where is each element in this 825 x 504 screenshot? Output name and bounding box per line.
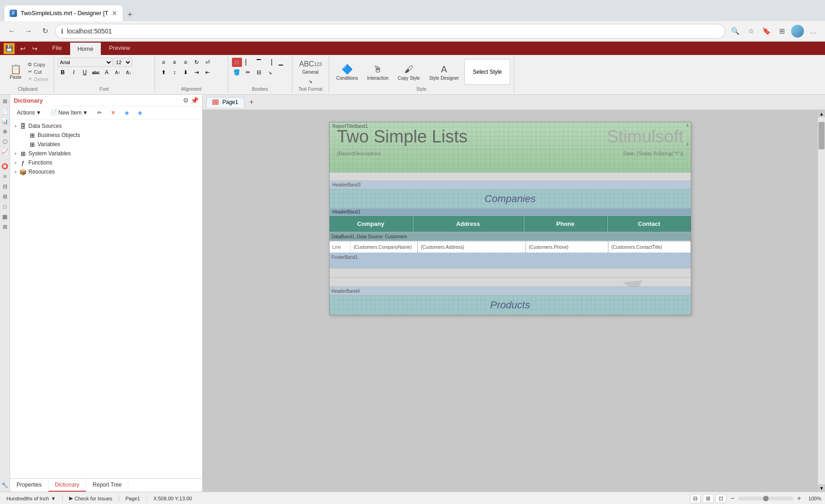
sidebar-icon-8[interactable]: ≡ — [0, 172, 10, 181]
align-center-button[interactable]: ≡ — [170, 58, 180, 67]
style-designer-button[interactable]: A Style Designer — [425, 61, 462, 82]
tree-item-functions[interactable]: + ƒ Functions — [12, 158, 200, 167]
outdent-button[interactable]: ⇤ — [203, 68, 213, 77]
edit-icon-button[interactable]: ✏ — [94, 108, 105, 117]
zoom-out-button[interactable]: − — [728, 494, 736, 503]
interaction-button[interactable]: 🖱 Interaction — [363, 61, 392, 82]
sidebar-icon-12[interactable]: ▦ — [0, 212, 10, 221]
copy-style-button[interactable]: 🖌 Copy Style — [394, 61, 424, 82]
font-color-button[interactable]: A — [102, 68, 112, 77]
bookmark-button[interactable]: 🔖 — [760, 25, 773, 38]
fill-color-button[interactable]: 🪣 — [232, 68, 242, 77]
wordwrap-button[interactable]: ⏎ — [203, 58, 213, 67]
sidebar-icon-2[interactable]: 📄 — [0, 107, 10, 116]
border-style-button[interactable]: ⊟ — [254, 68, 264, 77]
scroll-down-button[interactable]: ▼ — [818, 484, 825, 492]
align-right-button[interactable]: ≡ — [181, 58, 191, 67]
font-size-select[interactable]: 12 — [114, 58, 132, 67]
border-bottom-button[interactable]: ▁ — [276, 58, 286, 67]
sidebar-icon-3[interactable]: 📊 — [0, 117, 10, 126]
browser-tab[interactable]: // TwoSimpleLists.mrt - Designer [T ✕ — [4, 5, 123, 21]
strikethrough-button[interactable]: abc — [91, 68, 101, 77]
sidebar-icon-4[interactable]: ⊕ — [0, 127, 10, 136]
indent-button[interactable]: ⇥ — [192, 68, 202, 77]
border-left-button[interactable]: ▏ — [243, 58, 253, 67]
add-page-button[interactable]: + — [246, 97, 257, 108]
sidebar-icon-10[interactable]: ⊞ — [0, 192, 10, 201]
text-format-button[interactable]: ABC123 General — [297, 58, 324, 76]
sidebar-icon-7[interactable]: ⭕ — [0, 162, 10, 171]
tree-item-variables[interactable]: ⊞ Variables — [21, 140, 200, 149]
forward-button[interactable]: → — [22, 25, 35, 38]
favorites-button[interactable]: ☆ — [744, 25, 757, 38]
tab-preview[interactable]: Preview — [102, 42, 138, 55]
border-color-button[interactable]: ✏ — [243, 68, 253, 77]
border-expand-button[interactable]: ↘ — [265, 68, 275, 77]
underline-button[interactable]: U — [80, 68, 90, 77]
zoom-slider-track[interactable] — [738, 497, 793, 500]
report-title-text[interactable]: Two Simple Lists — [337, 127, 607, 147]
tab-dictionary[interactable]: Dictionary — [49, 479, 86, 492]
settings-button[interactable]: … — [807, 25, 820, 38]
report-title-right[interactable]: Stimulsoft — [607, 127, 683, 147]
expand-data-sources[interactable]: + — [12, 124, 19, 129]
dictionary-pin-icon[interactable]: 📌 — [191, 97, 198, 104]
font-size-down-button[interactable]: A↓ — [124, 68, 134, 77]
address-bar[interactable]: ℹ localhost:50501 — [55, 24, 725, 38]
expand-sysvar[interactable]: + — [12, 151, 19, 156]
units-indicator[interactable]: Hundredths of Inch ▼ — [4, 496, 59, 501]
save-button[interactable]: 💾 — [4, 43, 15, 54]
tab-home[interactable]: Home — [70, 43, 101, 55]
sidebar-icon-1[interactable]: ⊞ — [0, 97, 10, 106]
zoom-in-button[interactable]: + — [795, 494, 803, 503]
sidebar-icon-14[interactable]: 🔧 — [0, 481, 10, 490]
delete-button[interactable]: ✕ Delete — [27, 76, 50, 82]
zoom-fit-page-button[interactable]: ⊞ — [703, 494, 714, 503]
copy-button[interactable]: ⧉ Copy — [27, 61, 50, 68]
canvas-tab-page1[interactable]: Page1 — [206, 97, 244, 107]
align-left-button[interactable]: ≡ — [159, 58, 169, 67]
border-right-button[interactable]: ▕ — [265, 58, 275, 67]
tab-close-button[interactable]: ✕ — [112, 10, 117, 17]
cut-button[interactable]: ✂ Cut — [27, 68, 50, 75]
valign-top-button[interactable]: ⬆ — [159, 68, 169, 77]
valign-bot-button[interactable]: ⬇ — [181, 68, 191, 77]
border-top-button[interactable]: ▔ — [254, 58, 264, 67]
expand-func[interactable]: + — [12, 160, 19, 165]
scroll-thumb[interactable] — [819, 122, 825, 149]
zoom-100-button[interactable]: ⊡ — [715, 494, 726, 503]
refresh-button[interactable]: ↻ — [38, 25, 51, 38]
expand-res[interactable]: + — [12, 170, 19, 175]
border-box-button[interactable]: □ — [232, 58, 242, 67]
right-scrollbar[interactable]: ▲ ▼ — [818, 110, 825, 492]
tab-properties[interactable]: Properties — [10, 479, 49, 492]
italic-button[interactable]: I — [69, 68, 79, 77]
tab-file[interactable]: File — [45, 42, 69, 55]
font-family-select[interactable]: Arial — [58, 58, 113, 67]
data-row[interactable]: Line {Customers.CompanyName} {Customers.… — [330, 241, 691, 253]
actions-button[interactable]: Actions ▼ — [14, 108, 44, 117]
redo-button[interactable]: ↪ — [29, 43, 40, 54]
zoom-slider-thumb[interactable] — [763, 496, 769, 501]
move-down-icon-button[interactable]: ◆ — [135, 108, 145, 117]
tree-item-data-sources[interactable]: + 🗄 Data Sources — [12, 121, 200, 131]
sidebar-icon-6[interactable]: 📈 — [0, 147, 10, 156]
paste-button[interactable]: 📋 Paste — [6, 63, 26, 81]
bold-button[interactable]: B — [58, 68, 68, 77]
conditions-button[interactable]: 🔷 Conditions — [333, 61, 362, 82]
new-item-button[interactable]: 📄 New Item ▼ — [47, 108, 91, 117]
check-issues-button[interactable]: ▶ Check for Issues — [66, 495, 115, 501]
search-button[interactable]: 🔍 — [729, 25, 742, 38]
profile-avatar[interactable] — [791, 25, 804, 38]
back-button[interactable]: ← — [6, 25, 18, 38]
tab-report-tree[interactable]: Report Tree — [86, 479, 128, 492]
move-up-icon-button[interactable]: ◆ — [121, 108, 132, 117]
scroll-up-button[interactable]: ▲ — [818, 110, 825, 117]
sidebar-icon-13[interactable]: ⊞ — [0, 222, 10, 231]
delete-icon-button[interactable]: ✕ — [108, 108, 119, 117]
tree-item-system-variables[interactable]: + ⊞ System Variables — [12, 149, 200, 158]
sidebar-icon-9[interactable]: ⊟ — [0, 182, 10, 191]
valign-mid-button[interactable]: ↕ — [170, 68, 180, 77]
sidebar-icon-11[interactable]: □ — [0, 202, 10, 211]
zoom-fit-width-button[interactable]: ⊟ — [690, 494, 701, 503]
